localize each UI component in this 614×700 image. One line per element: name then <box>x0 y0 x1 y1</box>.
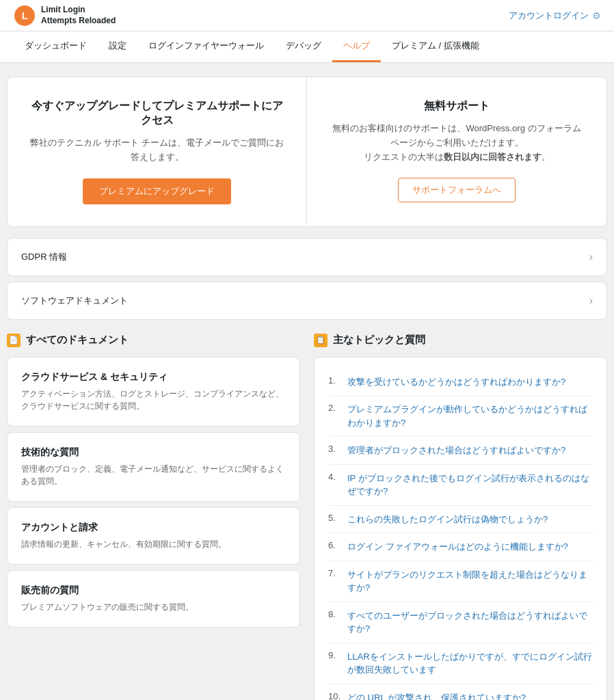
doc-card-cloud-desc: アクティベーション方法、ログとストレージ、コンプライアンスなど、クラウドサービス… <box>21 388 286 412</box>
doc-card-account[interactable]: アカウントと請求 請求情報の更新、キャンセル、有効期限に関する質問。 <box>7 507 300 565</box>
doc-card-cloud[interactable]: クラウドサービス & セキュリティ アクティベーション方法、ログとストレージ、コ… <box>7 357 300 427</box>
faq-num-7: 7. <box>328 568 342 595</box>
faq-link-4[interactable]: IP がブロックされた後でもログイン試行が表示されるのはなぜですか? <box>347 472 593 498</box>
app-logo-icon: L <box>14 5 36 27</box>
free-support-description: 無料のお客様向けのサポートは、WordPress.org のフォーラム ページか… <box>328 122 586 164</box>
free-support-title: 無料サポート <box>328 99 586 113</box>
nav-dashboard[interactable]: ダッシュボード <box>14 31 98 62</box>
faq-header: 📋 主なトピックと質問 <box>314 334 607 347</box>
doc-card-technical-title: 技術的な質問 <box>21 446 286 459</box>
doc-card-account-desc: 請求情報の更新、キャンセル、有効期限に関する質問。 <box>21 538 286 550</box>
app-header: L Limit Login Attempts Reloaded アカウントログイ… <box>0 0 614 31</box>
doc-card-presales-desc: プレミアムソフトウェアの販売に関する質問。 <box>21 601 286 613</box>
upgrade-button[interactable]: プレミアムにアップグレード <box>83 178 231 204</box>
nav-debug[interactable]: デバッグ <box>275 31 332 62</box>
faq-item-8: 8. すべてのユーザーがブロックされた場合はどうすればよいですか? <box>328 602 593 643</box>
app-title: Limit Login Attempts Reloaded <box>41 5 116 26</box>
faq-column: 📋 主なトピックと質問 1. 攻撃を受けているかどうかはどうすればわかりますか?… <box>314 334 607 700</box>
faq-link-6[interactable]: ログイン ファイアウォールはどのように機能しますか? <box>347 540 568 554</box>
account-icon: ⊙ <box>593 10 600 21</box>
docs-icon: 📄 <box>7 334 21 347</box>
nav-help[interactable]: ヘルプ <box>332 31 381 62</box>
doc-card-presales[interactable]: 販売前の質問 プレミアムソフトウェアの販売に関する質問。 <box>7 570 300 628</box>
faq-item-7: 7. サイトがプランのリクエスト制限を超えた場合はどうなりますか? <box>328 561 593 602</box>
faq-icon: 📋 <box>314 334 328 347</box>
accordion-software-label: ソフトウェアドキュメント <box>21 295 128 307</box>
all-docs-header: 📄 すべてのドキュメント <box>7 334 300 347</box>
faq-title: 主なトピックと質問 <box>333 334 425 347</box>
doc-card-account-title: アカウントと請求 <box>21 522 286 534</box>
faq-item-6: 6. ログイン ファイアウォールはどのように機能しますか? <box>328 533 593 561</box>
faq-num-1: 1. <box>328 375 342 389</box>
faq-item-4: 4. IP がブロックされた後でもログイン試行が表示されるのはなぜですか? <box>328 465 593 506</box>
chevron-right-icon: › <box>589 295 593 307</box>
faq-item-10: 10. どの URL が攻撃され、保護されていますか? <box>328 684 593 700</box>
all-docs-title: すべてのドキュメント <box>26 334 129 347</box>
accordion-software-docs[interactable]: ソフトウェアドキュメント › <box>7 282 607 320</box>
faq-num-10: 10. <box>328 691 342 700</box>
logo-area: L Limit Login Attempts Reloaded <box>14 5 116 27</box>
nav-premium[interactable]: プレミアム / 拡張機能 <box>381 31 490 62</box>
faq-link-9[interactable]: LLARをインストールしたばかりですが、すでにログイン試行が数回失敗しています <box>347 650 593 677</box>
doc-card-cloud-title: クラウドサービス & セキュリティ <box>21 371 286 383</box>
faq-num-4: 4. <box>328 472 342 498</box>
faq-link-8[interactable]: すべてのユーザーがブロックされた場合はどうすればよいですか? <box>347 609 593 636</box>
faq-item-5: 5. これらの失敗したログイン試行は偽物でしょうか? <box>328 506 593 534</box>
faq-item-3: 3. 管理者がブロックされた場合はどうすればよいですか? <box>328 437 593 465</box>
premium-card-title: 今すぐアップグレードしてプレミアムサポートにアクセス <box>28 99 286 128</box>
faq-link-7[interactable]: サイトがプランのリクエスト制限を超えた場合はどうなりますか? <box>347 568 593 595</box>
nav-settings[interactable]: 設定 <box>98 31 137 62</box>
support-forum-button[interactable]: サポートフォーラムへ <box>398 178 516 202</box>
faq-link-10[interactable]: どの URL が攻撃され、保護されていますか? <box>347 691 526 700</box>
svg-text:L: L <box>22 10 28 21</box>
free-support-card: 無料サポート 無料のお客様向けのサポートは、WordPress.org のフォー… <box>307 77 606 226</box>
faq-num-8: 8. <box>328 609 342 636</box>
faq-list: 1. 攻撃を受けているかどうかはどうすればわかりますか? 2. プレミアムプラグ… <box>314 357 607 700</box>
premium-card-description: 弊社のテクニカル サポート チームは、電子メールでご質問にお答えします。 <box>28 136 286 165</box>
all-docs-column: 📄 すべてのドキュメント クラウドサービス & セキュリティ アクティベーション… <box>7 334 300 700</box>
accordion-gdpr[interactable]: GDPR 情報 › <box>7 238 607 276</box>
chevron-right-icon: › <box>589 251 593 263</box>
faq-link-1[interactable]: 攻撃を受けているかどうかはどうすればわかりますか? <box>347 375 565 389</box>
main-nav: ダッシュボード 設定 ログインファイヤーウォール デバッグ ヘルプ プレミアム … <box>0 31 614 63</box>
faq-num-5: 5. <box>328 513 342 526</box>
faq-link-2[interactable]: プレミアムプラグインが動作しているかどうかはどうすればわかりますか? <box>347 403 593 429</box>
doc-card-presales-title: 販売前の質問 <box>21 584 286 597</box>
premium-support-card: 今すぐアップグレードしてプレミアムサポートにアクセス 弊社のテクニカル サポート… <box>8 77 307 226</box>
faq-num-9: 9. <box>328 650 342 677</box>
faq-link-3[interactable]: 管理者がブロックされた場合はどうすればよいですか? <box>347 444 565 457</box>
faq-num-3: 3. <box>328 444 342 457</box>
faq-item-9: 9. LLARをインストールしたばかりですが、すでにログイン試行が数回失敗してい… <box>328 643 593 684</box>
faq-num-6: 6. <box>328 540 342 554</box>
main-content: 今すぐアップグレードしてプレミアムサポートにアクセス 弊社のテクニカル サポート… <box>0 77 614 700</box>
faq-item-1: 1. 攻撃を受けているかどうかはどうすればわかりますか? <box>328 368 593 396</box>
account-login-button[interactable]: アカウントログイン ⊙ <box>509 10 600 22</box>
faq-link-5[interactable]: これらの失敗したログイン試行は偽物でしょうか? <box>347 513 548 526</box>
doc-card-technical[interactable]: 技術的な質問 管理者のブロック、定義、電子メール通知など、サービスに関するよくあ… <box>7 432 300 502</box>
doc-card-technical-desc: 管理者のブロック、定義、電子メール通知など、サービスに関するよくある質問。 <box>21 463 286 487</box>
support-cards: 今すぐアップグレードしてプレミアムサポートにアクセス 弊社のテクニカル サポート… <box>7 77 607 227</box>
faq-item-2: 2. プレミアムプラグインが動作しているかどうかはどうすればわかりますか? <box>328 396 593 437</box>
faq-num-2: 2. <box>328 403 342 429</box>
nav-firewall[interactable]: ログインファイヤーウォール <box>137 31 275 62</box>
docs-section: 📄 すべてのドキュメント クラウドサービス & セキュリティ アクティベーション… <box>7 334 607 700</box>
accordion-gdpr-label: GDPR 情報 <box>21 251 67 263</box>
